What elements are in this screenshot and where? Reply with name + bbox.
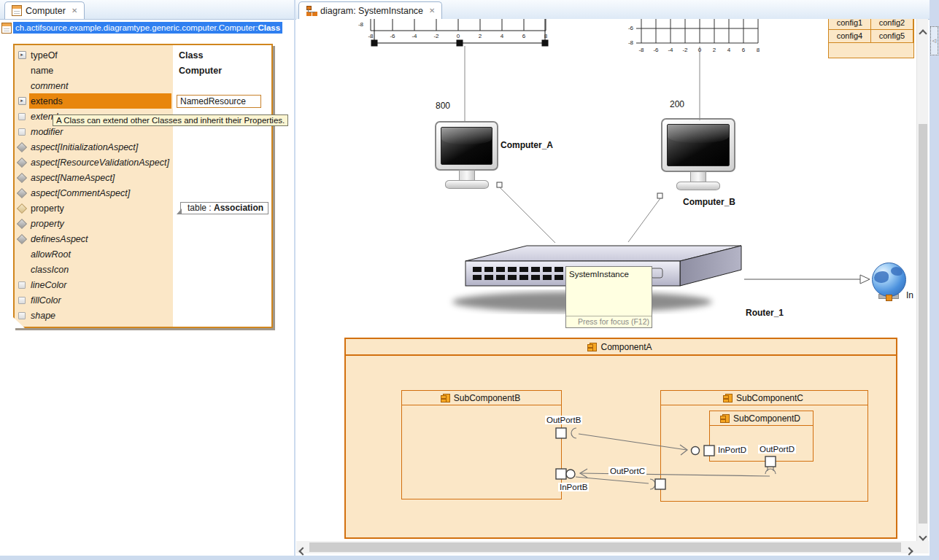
tab-label: Computer <box>26 6 66 16</box>
property-name: property <box>29 219 171 229</box>
config-cell[interactable]: config2 <box>871 19 913 30</box>
scale-left-label: -8 <box>352 21 363 28</box>
diagram-icon <box>306 6 317 15</box>
internet-label: In <box>906 290 913 300</box>
property-row-typeof[interactable]: ▸typeOfClass <box>15 47 271 63</box>
monitor-frame <box>435 121 498 171</box>
property-rows: ▸typeOfClassnameComputercomment▸extendsN… <box>15 47 271 323</box>
monitor-base <box>445 180 489 189</box>
tab-diagram-systeminstance[interactable]: diagram: SystemInstance ✕ <box>298 1 442 19</box>
scale-widget[interactable] <box>371 19 546 31</box>
property-row-classicon[interactable]: classIcon <box>15 262 271 277</box>
scroll-left-button[interactable] <box>300 544 306 557</box>
breadcrumb-text[interactable]: ch.actifsource.example.diagramtype.gener… <box>13 22 282 34</box>
horizontal-scrollbar[interactable] <box>296 541 916 553</box>
property-value[interactable]: NamedResource <box>177 95 261 108</box>
edge-computer-a-router <box>500 187 555 243</box>
expand-icon[interactable]: ▸ <box>18 51 26 59</box>
diamond-icon <box>17 187 27 198</box>
inportb-label: InPortB <box>558 483 589 491</box>
subcomponent-c-header[interactable]: SubComponentC <box>661 391 867 405</box>
property-row-linecolor[interactable]: lineColor <box>15 277 271 292</box>
outportc-label: OutPortC <box>608 467 646 475</box>
property-name: modifier <box>29 127 171 137</box>
close-icon[interactable]: ✕ <box>429 7 435 15</box>
component-icon <box>722 414 730 423</box>
property-name: fillColor <box>29 295 171 306</box>
scroll-right-button[interactable] <box>906 544 912 557</box>
vertical-scrollbar[interactable] <box>916 19 928 541</box>
property-row-definesaspect[interactable]: definesAspect <box>15 231 271 246</box>
diagram-tabbar: diagram: SystemInstance ✕ <box>295 0 930 20</box>
outportd-label: OutPortD <box>758 445 796 454</box>
internet-node[interactable] <box>870 262 907 301</box>
focus-tooltip: SystemInstance Press for focus (F12) <box>565 266 652 328</box>
outportb-label: OutPortB <box>545 416 582 424</box>
breadcrumb-class: Class <box>258 23 280 32</box>
tick-label: 2 <box>474 33 487 39</box>
chevron-right-icon <box>905 547 913 555</box>
property-row-modifier[interactable]: modifier <box>15 124 271 139</box>
component-a-header[interactable]: ComponentA <box>346 339 896 356</box>
breadcrumb[interactable]: ch.actifsource.example.diagramtype.gener… <box>1 22 282 34</box>
horizontal-scroll-thumb[interactable] <box>309 542 901 552</box>
subcomponent-b-header[interactable]: SubComponentB <box>402 391 561 405</box>
expand-icon[interactable]: ▸ <box>18 97 26 105</box>
property-name: aspect[CommentAspect] <box>29 188 171 198</box>
config-cell[interactable]: config1 <box>829 19 871 30</box>
property-value: Class <box>171 50 271 61</box>
scroll-down-button[interactable] <box>920 529 926 542</box>
square-icon <box>18 113 26 120</box>
property-row-comment[interactable]: comment <box>15 78 271 93</box>
property-value: table : Association <box>180 202 268 214</box>
chart-x-labels: -8-6-4-202468 <box>635 47 765 53</box>
breadcrumb-path: ch.actifsource.example.diagramtype.gener… <box>15 23 258 32</box>
diamond-icon <box>17 157 27 167</box>
chart-widget[interactable] <box>636 19 758 43</box>
tick-label: -4 <box>408 33 421 39</box>
resource-form-icon <box>1 23 12 34</box>
subcomponent-b-box[interactable]: SubComponentB <box>401 390 562 499</box>
computer-b-node[interactable] <box>661 118 735 190</box>
diamond-icon <box>17 233 27 244</box>
property-row-property[interactable]: propertytable : Association <box>15 201 271 216</box>
diagram-canvas[interactable]: ComponentA SubComponentB SubComponentC S… <box>296 19 916 541</box>
property-name: extends <box>29 93 171 109</box>
property-name: comment <box>29 81 171 91</box>
property-row-extends[interactable]: ▸extendsNamedResource <box>15 93 271 109</box>
computer-b-label: Computer_B <box>683 197 735 207</box>
scrollbar-corner <box>916 541 929 553</box>
router-ports <box>473 267 563 280</box>
config-table[interactable]: config1config2config4config5 <box>828 19 914 58</box>
config-cell[interactable]: config4 <box>829 30 871 43</box>
monitor-neck <box>690 171 706 182</box>
property-row-fillcolor[interactable]: fillColor <box>15 292 271 308</box>
config-cell[interactable]: config5 <box>871 30 913 43</box>
port-square[interactable] <box>657 193 662 198</box>
vertical-scroll-thumb[interactable] <box>919 124 927 524</box>
inportd-label: InPortD <box>716 446 748 454</box>
property-row-aspectresourcevalidationaspect[interactable]: aspect[ResourceValidationAspect] <box>15 155 271 170</box>
property-row-shape[interactable]: shape <box>15 308 271 323</box>
property-row-aspectinitializationaspect[interactable]: aspect[InitializationAspect] <box>15 139 271 155</box>
subcomponent-d-header[interactable]: SubComponentD <box>710 411 813 426</box>
property-name: aspect[ResourceValidationAspect] <box>29 158 171 168</box>
property-row-name[interactable]: nameComputer <box>15 63 271 78</box>
property-row-property[interactable]: property <box>15 216 271 231</box>
monitor-screen <box>441 127 492 165</box>
tick-label: 8 <box>539 33 552 39</box>
restore-view-button[interactable]: ◁ <box>930 26 938 55</box>
property-row-aspectcommentaspect[interactable]: aspect[CommentAspect] <box>15 185 271 201</box>
property-row-aspectnameaspect[interactable]: aspect[NameAspect] <box>15 170 271 185</box>
tick-label: 4 <box>722 47 735 53</box>
focus-tooltip-hint: Press for focus (F12) <box>566 316 652 327</box>
scroll-up-button[interactable] <box>920 26 926 39</box>
edge-label-200: 200 <box>670 99 684 109</box>
close-icon[interactable]: ✕ <box>72 7 77 15</box>
property-row-allowroot[interactable]: allowRoot <box>15 246 271 262</box>
diamond-icon <box>17 218 27 228</box>
property-name: name <box>29 66 171 76</box>
computer-a-node[interactable] <box>435 121 498 189</box>
tab-computer[interactable]: Computer ✕ <box>4 1 85 19</box>
property-name: allowRoot <box>29 249 171 260</box>
